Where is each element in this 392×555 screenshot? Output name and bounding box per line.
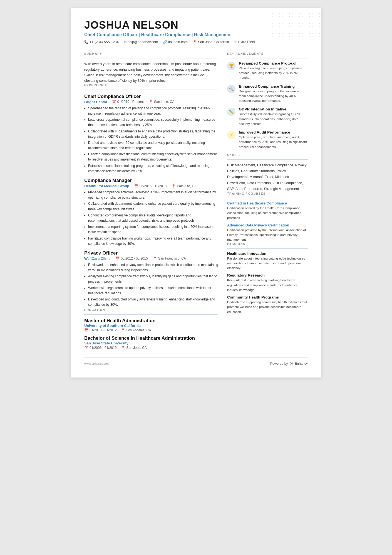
list-item: Directed compliance investigations, comm… bbox=[88, 152, 218, 162]
resume-page: JOSHUA NELSON Chief Compliance Officer |… bbox=[71, 8, 321, 378]
list-item: Collaborated with department leaders to … bbox=[88, 201, 218, 212]
job-3-company: WellCare Clinic bbox=[84, 256, 110, 261]
achievements-label: KEY ACHIEVEMENTS bbox=[227, 52, 308, 55]
passion-2: Regulatory Research Keen interest in res… bbox=[227, 273, 308, 292]
calendar-icon-edu2: 📅 bbox=[84, 346, 88, 350]
list-item: Managed compliance activities, achieving… bbox=[88, 190, 218, 200]
summary-label: SUMMARY bbox=[84, 52, 218, 55]
job-3: Privacy Officer WellCare Clinic 📅 05/201… bbox=[84, 250, 218, 308]
degree-1-title: Master of Health Administration bbox=[84, 318, 218, 324]
right-column: KEY ACHIEVEMENTS 🏆 Revamped Compliance P… bbox=[227, 52, 308, 350]
pin-icon-edu1: 📍 bbox=[121, 328, 125, 332]
job-1-company: Bright Dental bbox=[84, 100, 107, 104]
phone-value: +1-(234)-555-1234 bbox=[90, 40, 119, 44]
phone-icon: 📞 bbox=[84, 40, 88, 44]
list-item: Implemented a reporting system for compl… bbox=[88, 224, 218, 235]
job-3-location: 📍 San Francisco, CA bbox=[153, 256, 186, 261]
training-1: Certified in Healthcare Compliance Certi… bbox=[227, 201, 308, 220]
list-item: Spearheaded the redesign of privacy and … bbox=[88, 106, 218, 116]
job-3-meta: WellCare Clinic 📅 05/2012 - 05/2015 📍 Sa… bbox=[84, 256, 218, 261]
extra-field-value: Extra Field bbox=[238, 40, 255, 44]
training-2-title: Advanced Data Privacy Certification bbox=[227, 223, 308, 227]
training-1-title: Certified in Healthcare Compliance bbox=[227, 201, 308, 205]
summary-divider bbox=[84, 58, 218, 58]
pin-icon-1: 📍 bbox=[149, 100, 153, 104]
job-2-dates: 📅 06/2015 - 12/2018 bbox=[134, 184, 167, 188]
email-contact: ✉ help@enhancv.com bbox=[124, 40, 158, 44]
pin-icon-2: 📍 bbox=[172, 184, 176, 188]
degree-2-dates: 📅 01/2006 - 01/2010 bbox=[84, 346, 116, 350]
achievement-2-title: Enhanced Compliance Training bbox=[239, 84, 308, 88]
job-1-title: Chief Compliance Officer bbox=[84, 94, 218, 99]
degree-1-dates: 📅 01/2010 - 01/2012 bbox=[84, 328, 116, 332]
experience-label: EXPERIENCE bbox=[84, 83, 218, 87]
achievement-2-icon: 🔍 bbox=[227, 85, 235, 93]
passion-2-desc: Keen interest in researching evolving he… bbox=[227, 278, 308, 292]
job-2-title: Compliance Manager bbox=[84, 178, 218, 183]
training-2-desc: Certification provided by the Internatio… bbox=[227, 228, 308, 242]
job-3-bullets: Reviewed and enhanced privacy compliance… bbox=[84, 262, 218, 308]
achievement-3-desc: Successfully led initiative integrating … bbox=[239, 112, 308, 126]
achievement-4: ⚡ Improved Audit Performance Optimized p… bbox=[227, 130, 308, 149]
dot-pattern-decoration bbox=[271, 8, 321, 42]
training-divider bbox=[227, 198, 308, 198]
pin-icon-3: 📍 bbox=[153, 256, 157, 260]
summary-section: SUMMARY With over 8 years in healthcare … bbox=[84, 52, 218, 83]
achievement-1: 🏆 Revamped Compliance Protocol Played le… bbox=[227, 61, 308, 80]
job-1: Chief Compliance Officer Bright Dental 📅… bbox=[84, 94, 218, 174]
list-item: Analyzed existing compliance frameworks,… bbox=[88, 274, 218, 284]
experience-section: EXPERIENCE Chief Compliance Officer Brig… bbox=[84, 83, 218, 308]
job-3-title: Privacy Officer bbox=[84, 250, 218, 256]
achievement-1-content: Revamped Compliance Protocol Played lead… bbox=[239, 61, 308, 80]
website-contact: 🔗 linkedin.com bbox=[163, 40, 187, 44]
header-divider bbox=[84, 49, 308, 49]
list-item: Reviewed and enhanced privacy compliance… bbox=[88, 262, 218, 273]
achievement-3-icon: ✏️ bbox=[227, 108, 235, 116]
list-item: Worked with legal teams to update privac… bbox=[88, 285, 218, 296]
passion-1: Healthcare Innovation Passionate about i… bbox=[227, 251, 308, 271]
email-icon: ✉ bbox=[124, 40, 126, 44]
achievement-4-content: Improved Audit Performance Optimized pol… bbox=[239, 130, 308, 149]
job-2-meta: HealthFirst Medical Group 📅 06/2015 - 12… bbox=[84, 184, 218, 188]
degree-2-school: San Jose State University bbox=[84, 341, 218, 345]
training-1-desc: Certification offered by the Health Care… bbox=[227, 206, 308, 220]
training-2: Advanced Data Privacy Certification Cert… bbox=[227, 223, 308, 242]
calendar-icon-2: 📅 bbox=[134, 184, 138, 188]
job-1-meta: Bright Dental 📅 01/2019 - Present 📍 San … bbox=[84, 100, 218, 104]
experience-divider bbox=[84, 90, 218, 90]
list-item: Established compliance training programs… bbox=[88, 163, 218, 174]
list-item: Lead cross-departmental compliance commi… bbox=[88, 117, 218, 128]
achievement-2-content: Enhanced Compliance Training Designed a … bbox=[239, 84, 308, 103]
degree-1: Master of Health Administration Universi… bbox=[84, 318, 218, 332]
job-2: Compliance Manager HealthFirst Medical G… bbox=[84, 178, 218, 246]
job-1-location: 📍 San Jose, CA bbox=[149, 100, 174, 104]
education-divider bbox=[84, 314, 218, 315]
left-column: SUMMARY With over 8 years in healthcare … bbox=[84, 52, 218, 350]
passions-label: PASSIONS bbox=[227, 242, 308, 246]
education-section: EDUCATION Master of Health Administratio… bbox=[84, 308, 218, 350]
location-icon: 📍 bbox=[193, 40, 197, 44]
star-icon: ☆ bbox=[234, 40, 237, 44]
achievement-4-title: Improved Audit Performance bbox=[239, 130, 308, 134]
link-icon: 🔗 bbox=[163, 40, 167, 44]
passion-1-title: Healthcare Innovation bbox=[227, 251, 308, 256]
calendar-icon-3: 📅 bbox=[115, 256, 120, 260]
degree-2-meta: 📅 01/2006 - 01/2010 📍 San Jose, CA bbox=[84, 346, 218, 350]
job-3-dates: 📅 05/2012 - 05/2015 bbox=[115, 256, 148, 261]
location-contact: 📍 San Jose, California bbox=[193, 40, 229, 44]
achievement-2-desc: Designed a training program that increas… bbox=[239, 89, 308, 103]
powered-by-text: Powered by bbox=[270, 362, 288, 366]
list-item: Conducted comprehensive compliance audit… bbox=[88, 213, 218, 223]
footer-bar: www.enhancv.com Powered by ∞ Enhancv bbox=[84, 357, 308, 366]
training-label: TRAINING / COURSES bbox=[227, 192, 308, 195]
achievements-divider bbox=[227, 58, 308, 58]
degree-2-title: Bachelor of Science in Healthcare Admini… bbox=[84, 336, 218, 341]
job-2-company: HealthFirst Medical Group bbox=[84, 184, 129, 188]
phone-contact: 📞 +1-(234)-555-1234 bbox=[84, 40, 119, 44]
extra-field-contact: ☆ Extra Field bbox=[234, 40, 255, 44]
passion-2-title: Regulatory Research bbox=[227, 273, 308, 277]
degree-1-location: 📍 Los Angeles, CA bbox=[121, 328, 151, 332]
brand-name: Enhancv bbox=[295, 362, 308, 366]
job-2-bullets: Managed compliance activities, achieving… bbox=[84, 190, 218, 246]
passion-1-desc: Passionate about integrating cutting-edg… bbox=[227, 256, 308, 271]
